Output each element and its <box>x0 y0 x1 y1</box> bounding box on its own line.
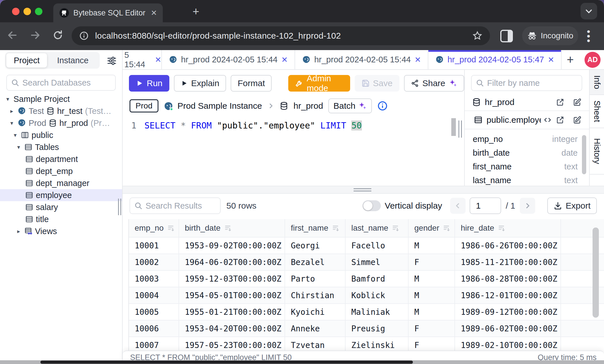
prev-page-button[interactable] <box>450 198 466 214</box>
caret-right-icon[interactable]: ▸ <box>15 228 22 235</box>
code-line[interactable]: 1 SELECT * FROM "public"."employee" LIMI… <box>123 120 362 130</box>
sort-icon[interactable] <box>167 224 175 232</box>
worksheet-tab[interactable]: hr_prod 2024-02-05 15:44✕ <box>162 50 295 69</box>
table-cell[interactable]: 1989-02-10T00:00:00Z <box>455 337 561 351</box>
tree-item-hr-prod[interactable]: ▾ Prod hr_prod (Pr… <box>0 117 122 129</box>
horizontal-scrollbar[interactable] <box>0 360 604 364</box>
table-cell[interactable]: 1955-01-21T00:00:00Z <box>179 304 285 320</box>
table-row[interactable]: 100051955-01-21T00:00:00ZKyoichiMaliniak… <box>129 304 604 321</box>
table-cell[interactable]: M <box>409 238 455 254</box>
tree-item-hr-test[interactable]: ▸ Test hr_test (Test… <box>0 105 122 117</box>
tree-item-table-dept_emp[interactable]: dept_emp <box>0 165 122 177</box>
sort-icon[interactable] <box>498 224 506 232</box>
results-search-input[interactable] <box>146 201 216 211</box>
sql-editor[interactable]: 1 SELECT * FROM "public"."employee" LIMI… <box>123 116 464 186</box>
table-cell[interactable]: Bezalel <box>285 254 346 270</box>
caret-down-icon[interactable]: ▾ <box>12 132 18 139</box>
schema-table-row[interactable]: public.employee <box>465 111 589 129</box>
table-cell[interactable]: 10007 <box>129 337 179 351</box>
table-cell[interactable]: 10002 <box>129 254 179 270</box>
schema-database-row[interactable]: hr_prod <box>465 94 589 111</box>
table-cell[interactable]: 1953-04-20T00:00:00Z <box>179 321 285 337</box>
side-tab-info[interactable]: Info <box>590 70 604 95</box>
browser-tab-close-icon[interactable]: ✕ <box>151 9 157 17</box>
table-cell[interactable]: Parto <box>285 271 346 287</box>
table-row[interactable]: 100011953-09-02T00:00:00ZGeorgiFacelloM1… <box>129 238 604 254</box>
format-button[interactable]: Format <box>231 75 272 92</box>
table-row[interactable]: 100041954-05-01T00:00:00ZChirstianKoblic… <box>129 287 604 304</box>
column-header-hire_date[interactable]: hire_date <box>455 219 561 237</box>
splitter-grip[interactable] <box>354 188 371 193</box>
minimize-window-button[interactable] <box>23 8 31 15</box>
horizontal-scrollbar-thumb[interactable] <box>40 361 413 364</box>
panel-resize-handle-vertical[interactable] <box>458 120 462 138</box>
batch-button[interactable]: Batch <box>328 98 372 113</box>
worksheet-tab-partial[interactable]: 5 15:44 ✕ <box>123 50 162 69</box>
explain-button[interactable]: Explain <box>174 75 226 92</box>
external-link-icon[interactable] <box>556 116 564 124</box>
table-cell[interactable]: 10001 <box>129 238 179 254</box>
run-button[interactable]: Run <box>129 75 169 92</box>
sort-icon[interactable] <box>332 224 340 232</box>
table-cell[interactable]: Maliniak <box>346 304 409 320</box>
table-cell[interactable]: 1959-12-03T00:00:00Z <box>179 271 285 287</box>
new-worksheet-button[interactable]: + <box>562 50 579 69</box>
worksheet-tab[interactable]: hr_prod 2024-02-05 15:47✕ <box>428 50 562 69</box>
tree-item-views-group[interactable]: ▸ Views <box>0 225 122 237</box>
table-row[interactable]: 100021964-06-02T00:00:00ZBezalelSimmelF1… <box>129 254 604 271</box>
table-cell[interactable]: M <box>409 271 455 287</box>
table-cell[interactable]: Chirstian <box>285 287 346 303</box>
page-input[interactable] <box>470 197 501 214</box>
table-cell[interactable]: M <box>409 304 455 320</box>
url-text[interactable]: localhost:8080/sql-editor/prod-sample-in… <box>95 31 466 41</box>
column-row[interactable]: first_nametext <box>473 160 578 173</box>
tree-item-table-department[interactable]: department <box>0 153 122 165</box>
tab-project[interactable]: Project <box>6 53 47 68</box>
sidebar-resize-handle[interactable] <box>118 199 121 215</box>
results-scrollbar-thumb[interactable] <box>593 228 599 318</box>
info-circle-icon[interactable] <box>377 100 388 111</box>
database-search[interactable] <box>6 75 116 91</box>
side-tab-sheet[interactable]: Sheet <box>590 95 604 128</box>
tree-item-table-title[interactable]: title <box>0 213 122 225</box>
filter-settings-icon[interactable] <box>107 55 117 66</box>
tab-search-button[interactable] <box>581 3 597 19</box>
table-cell[interactable]: F <box>409 321 455 337</box>
schema-filter-input[interactable] <box>487 78 578 88</box>
close-icon[interactable]: ✕ <box>415 55 421 64</box>
table-cell[interactable]: Georgi <box>285 238 346 254</box>
table-cell[interactable]: 1953-09-02T00:00:00Z <box>179 238 285 254</box>
schema-filter[interactable] <box>471 75 582 91</box>
column-header-first_name[interactable]: first_name <box>285 219 346 237</box>
table-cell[interactable]: 1986-06-26T00:00:00Z <box>455 238 561 254</box>
code-icon[interactable] <box>543 116 552 124</box>
table-cell[interactable]: 1964-06-02T00:00:00Z <box>179 254 285 270</box>
sort-icon[interactable] <box>443 224 451 232</box>
caret-down-icon[interactable]: ▾ <box>15 144 22 151</box>
tree-item-tables-group[interactable]: ▾ Tables <box>0 141 122 153</box>
table-cell[interactable]: 1989-06-02T00:00:00Z <box>455 321 561 337</box>
caret-down-icon[interactable]: ▾ <box>5 96 11 102</box>
tree-item-schema-public[interactable]: ▾ public <box>0 129 122 141</box>
new-browser-tab-button[interactable]: + <box>193 6 199 17</box>
edit-icon[interactable] <box>573 98 582 106</box>
table-cell[interactable]: Tzvetan <box>285 337 346 351</box>
next-page-button[interactable] <box>520 198 535 214</box>
tree-item-table-salary[interactable]: salary <box>0 201 122 213</box>
database-name[interactable]: hr_prod <box>293 101 323 111</box>
horizontal-splitter[interactable] <box>123 186 604 194</box>
table-cell[interactable]: 1986-12-01T00:00:00Z <box>455 287 561 303</box>
table-cell[interactable]: F <box>409 254 455 270</box>
table-cell[interactable]: 1957-05-23T00:00:00Z <box>179 337 285 351</box>
table-cell[interactable]: 1989-09-12T00:00:00Z <box>455 304 561 320</box>
back-icon[interactable] <box>7 30 18 41</box>
worksheet-tab[interactable]: hr_prod 2024-02-05 15:44✕ <box>295 50 428 69</box>
column-row[interactable]: birth_datedate <box>473 146 578 160</box>
column-row[interactable]: emp_nointeger <box>473 132 578 146</box>
caret-down-icon[interactable]: ▾ <box>9 120 15 126</box>
table-cell[interactable]: Bamford <box>346 271 409 287</box>
edit-icon[interactable] <box>573 116 582 124</box>
maximize-window-button[interactable] <box>35 8 42 15</box>
tree-item-project[interactable]: ▾ Sample Project <box>0 93 122 105</box>
instance-name[interactable]: Prod Sample Instance <box>177 101 262 111</box>
